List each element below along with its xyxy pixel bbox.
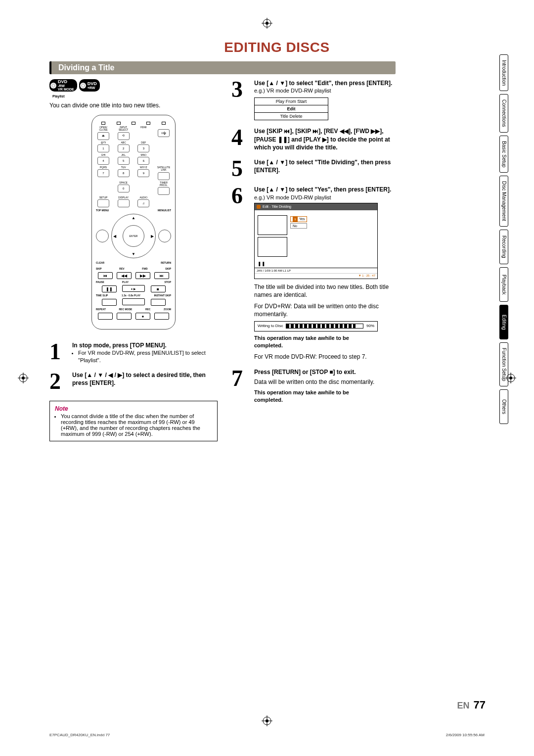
intro-text: You can divide one title into two new ti… <box>49 102 218 109</box>
remote-label: GHI <box>96 154 111 156</box>
remote-label: JKL <box>116 154 131 156</box>
tab-basic-setup[interactable]: Basic Setup <box>499 136 508 173</box>
crop-mark-icon <box>262 18 272 29</box>
step-heading: Use [▲ / ▼] to select "Title Dividing", … <box>254 158 396 174</box>
note-item: You cannot divide a title of the disc wh… <box>61 413 212 437</box>
keypad-button: 6 <box>137 157 149 165</box>
menu-item-selected: Edit <box>255 105 328 112</box>
keypad-button: 3 <box>137 144 149 152</box>
nav-ring: ENTER ▲ ▼ ◀ ▶ <box>111 214 156 258</box>
display-button <box>118 199 130 207</box>
tab-introduction[interactable]: Introduction <box>499 54 508 91</box>
remote-label: STOP <box>164 281 171 284</box>
instant-skip-button <box>151 299 166 306</box>
step-text: The title will be divided into two new t… <box>254 283 396 299</box>
power-icon: I/⏻ <box>158 129 170 137</box>
remote-label: DEF <box>136 142 151 144</box>
left-column: DVD-RWVR MODE DVD+RW Playlist You can di… <box>49 79 218 441</box>
page-title: EDITING DISCS <box>49 40 504 55</box>
remote-label: REC MODE <box>119 308 132 311</box>
arrow-up-icon: ▲ <box>132 216 135 220</box>
step-text: For VR mode DVD-RW: Proceed to step 7. <box>254 353 396 361</box>
tab-others[interactable]: Others <box>499 389 508 424</box>
operation-notice: This operation may take awhile to be com… <box>254 334 378 349</box>
side-tabs: Introduction Connections Basic Setup Dis… <box>499 54 508 424</box>
play-button: ● ▶ <box>122 285 145 292</box>
dvd-badge-top: DVD <box>88 82 97 86</box>
remote-label: FWD <box>142 267 147 270</box>
menu-item: Play From Start <box>255 98 328 105</box>
remote-label: REV <box>119 267 124 270</box>
progress-pct: 90% <box>366 324 374 329</box>
playlist-label: Playlist <box>52 94 218 98</box>
remote-label: INSTANT SKIP <box>154 294 171 297</box>
step-subtext: e.g.) VR mode DVD-RW playlist <box>254 87 392 94</box>
dvd-badge: DVD-RWVR MODE <box>49 79 77 92</box>
writing-progress: Writing to Disc 90% <box>254 321 378 331</box>
step-text: For DVD+RW: Data will be written onto th… <box>254 302 396 318</box>
keypad-button: 7 <box>97 169 109 177</box>
remote-label: @!?i <box>96 142 111 144</box>
step-heading: In stop mode, press [TOP MENU]. <box>72 341 218 349</box>
speed-play-button <box>122 298 145 305</box>
time-slip-button <box>102 299 117 306</box>
arrow-right-icon: ▶ <box>151 234 154 238</box>
step-4: 4 Use [SKIP ⏮], [SKIP ⏭], [REV ◀◀], [FWD… <box>231 127 396 151</box>
remote-label: WXYZ <box>136 166 151 169</box>
pause-indicator-icon: ❚❚ <box>255 260 377 268</box>
remote-label: SPACE <box>116 182 131 184</box>
tab-connections[interactable]: Connections <box>499 94 508 133</box>
tab-function-setup[interactable]: Function Setup <box>499 342 508 386</box>
keypad-button: 8 <box>118 169 130 177</box>
remote-label: MNO <box>136 154 151 156</box>
step-number: 5 <box>231 158 249 179</box>
option-no: No <box>290 223 307 229</box>
crop-mark-icon <box>18 373 29 383</box>
remote-illustration: OPEN/ CLOSE⏏ INPUT SELECT⟲ HDMI I/⏻ @!?i… <box>91 115 176 330</box>
preview-thumb <box>258 237 287 257</box>
audio-button: ♬ <box>137 199 149 207</box>
remote-label: PQRS <box>96 166 111 169</box>
print-footer: E7PCAUD_DR420KU_EN.indd 77 2/6/2009 10:5… <box>49 733 485 737</box>
dvd-badge-line: +RW <box>88 86 97 90</box>
remote-label: INPUT SELECT <box>116 126 131 132</box>
step-number: 6 <box>231 186 249 361</box>
disc-icon <box>80 83 86 89</box>
manual-page: EDITING DISCS Dividing a Title DVD-RWVR … <box>0 0 534 756</box>
dvd-badges: DVD-RWVR MODE DVD+RW <box>49 79 218 92</box>
step-heading: Use [▲ / ▼ / ◀ / ▶] to select a desired … <box>72 371 218 387</box>
step-subtext: e.g.) VR mode DVD-RW playlist <box>254 194 396 201</box>
tab-disc-management[interactable]: Disc Management <box>499 176 508 227</box>
step-6: 6 Use [▲ / ▼] to select "Yes", then pres… <box>231 186 396 361</box>
timecode: 1 : 25 : 47 <box>362 274 375 278</box>
timer-button <box>158 187 170 195</box>
arrow-down-icon: ▼ <box>132 252 135 256</box>
step-heading: Use [SKIP ⏮], [SKIP ⏭], [REV ◀◀], [FWD ▶… <box>254 127 396 151</box>
step-number: 4 <box>231 127 249 151</box>
remote-label: SKIP <box>165 267 171 270</box>
remote-label: PLAY <box>122 281 129 284</box>
menu-list-button <box>158 230 171 242</box>
setup-button <box>97 199 109 207</box>
skip-next-icon: ⏭ <box>154 272 169 279</box>
right-column: 3 Use [▲ / ▼] to select "Edit", then pre… <box>231 79 396 441</box>
rev-icon: ◀◀ <box>117 272 132 279</box>
dvd-badge: DVD+RW <box>79 79 100 92</box>
remote-label: TIMER PROG. <box>156 182 171 187</box>
svg-point-15 <box>266 719 268 722</box>
pause-icon: ❚❚ <box>102 285 117 292</box>
satellite-button <box>158 172 170 180</box>
page-number: EN77 <box>457 699 486 711</box>
keypad-button: 2 <box>118 144 130 152</box>
remote-label: DISPLAY <box>116 196 131 199</box>
step-heading: Press [RETURN] or [STOP ■] to exit. <box>254 368 378 376</box>
screen-footer: JAN / 1/09 1:00 AM L1 LP <box>257 269 291 273</box>
enter-button: ENTER <box>123 225 144 247</box>
tab-editing[interactable]: Editing <box>499 305 508 339</box>
crop-mark-icon <box>262 715 272 726</box>
remote-label: ZOOM <box>164 308 171 311</box>
remote-label: PAUSE <box>96 281 104 284</box>
tab-recording[interactable]: Recording <box>499 230 508 264</box>
tab-playback[interactable]: Playback <box>499 267 508 302</box>
title-dividing-screen: Edit - Title Dividing 1Yes No ❚❚ <box>254 203 378 279</box>
